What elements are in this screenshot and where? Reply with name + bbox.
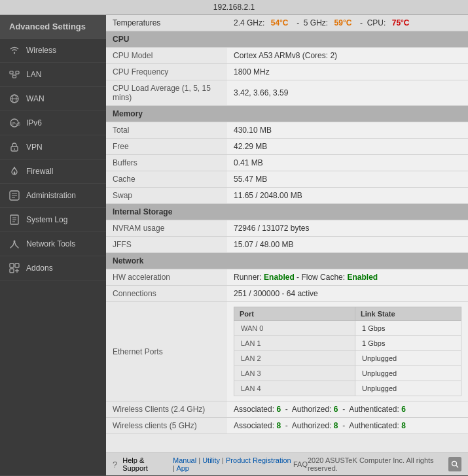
lan-icon xyxy=(8,68,21,81)
cpu-load-value: 3.42, 3.66, 3.59 xyxy=(227,80,468,106)
svg-rect-24 xyxy=(10,269,14,273)
firewall-label: Firewall xyxy=(26,167,53,176)
list-item: LAN 2 Unplugged xyxy=(234,351,461,366)
jffs-label: JFFS xyxy=(106,237,227,253)
link-state-col-header: Link State xyxy=(355,307,461,321)
app-link[interactable]: App xyxy=(176,464,189,472)
ethernet-table-cell: Port Link State WAN 0 1 Gbps LAN 1 1 Gbp… xyxy=(227,302,468,401)
sidebar-item-vpn[interactable]: VPN xyxy=(0,135,106,160)
mem-free-label: Free xyxy=(106,139,227,155)
hw-accel-runner: Enabled xyxy=(264,273,295,282)
table-row: CPU Frequency 1800 MHz xyxy=(106,64,468,80)
network-header: Network xyxy=(106,253,468,269)
link-lan2: Unplugged xyxy=(355,351,461,366)
list-item: WAN 0 1 Gbps xyxy=(234,321,461,336)
table-row: JFFS 15.07 / 48.00 MB xyxy=(106,237,468,253)
wireless5-value: Associated: 8 - Authorized: 8 - Authenti… xyxy=(227,418,468,434)
port-lan1: LAN 1 xyxy=(234,336,355,351)
manual-link[interactable]: Manual xyxy=(173,456,196,464)
svg-rect-3 xyxy=(16,71,19,74)
sidebar-item-administration[interactable]: Administration xyxy=(0,184,106,208)
wireless5-authorized: 8 xyxy=(334,421,338,430)
wan-label: WAN xyxy=(26,94,45,103)
cpu-load-label: CPU Load Average (1, 5, 15 mins) xyxy=(106,80,227,106)
mem-cache-label: Cache xyxy=(106,171,227,188)
mem-swap-label: Swap xyxy=(106,188,227,204)
wireless5-authenticated: 8 xyxy=(401,421,406,430)
list-item: LAN 3 Unplugged xyxy=(234,366,461,381)
temp-ghz24-label: 2.4 GHz: xyxy=(234,18,264,27)
hw-accel-value: Runner: Enabled - Flow Cache: Enabled xyxy=(227,269,468,286)
cpu-header: CPU xyxy=(106,31,468,48)
sidebar-item-ipv6[interactable]: IPv6 IPv6 xyxy=(0,111,106,135)
sidebar-item-addons[interactable]: Addons xyxy=(0,256,106,280)
port-wan0: WAN 0 xyxy=(234,321,355,336)
mem-free-value: 42.29 MB xyxy=(227,139,468,155)
sidebar-item-firewall[interactable]: Firewall xyxy=(0,160,106,184)
footer-left: ? Help & Support Manual | Utility | Prod… xyxy=(113,456,293,472)
cpu-model-value: Cortex A53 ARMv8 (Cores: 2) xyxy=(227,48,468,64)
ipv6-icon: IPv6 xyxy=(8,116,21,129)
utility-link[interactable]: Utility xyxy=(202,456,220,464)
wireless24-associated: 6 xyxy=(276,405,281,414)
search-icon[interactable] xyxy=(448,457,461,471)
svg-rect-22 xyxy=(10,264,14,267)
ethernet-row: Ethernet Ports Port Link State WAN 0 1 G… xyxy=(106,302,468,401)
memory-header-row: Memory xyxy=(106,106,468,122)
temp-ghz5-label: 5 GHz: xyxy=(304,18,328,27)
wireless5-prefix: Associated: xyxy=(234,421,274,430)
table-row: Buffers 0.41 MB xyxy=(106,155,468,171)
link-wan0: 1 Gbps xyxy=(355,321,461,336)
nvram-label: NVRAM usage xyxy=(106,220,227,237)
hw-accel-middle: - Flow Cache: xyxy=(297,273,345,282)
help-label: Help & Support xyxy=(122,456,166,472)
svg-point-12 xyxy=(14,148,15,150)
network-tools-icon xyxy=(8,237,21,250)
sidebar-item-network-tools[interactable]: Network Tools xyxy=(0,232,106,256)
mem-buffers-label: Buffers xyxy=(106,155,227,171)
top-bar: 192.168.2.1 xyxy=(0,0,468,15)
network-header-row: Network xyxy=(106,253,468,269)
mem-swap-value: 11.65 / 2048.00 MB xyxy=(227,188,468,204)
sidebar-item-lan[interactable]: LAN xyxy=(0,63,106,87)
cpu-freq-label: CPU Frequency xyxy=(106,64,227,80)
product-registration-link[interactable]: Product Registration xyxy=(226,456,291,464)
system-log-label: System Log xyxy=(26,215,67,224)
storage-header: Internal Storage xyxy=(106,204,468,220)
mem-buffers-value: 0.41 MB xyxy=(227,155,468,171)
temp-ghz24-value: 54°C xyxy=(271,18,289,27)
vpn-icon xyxy=(8,141,21,154)
connections-label: Connections xyxy=(106,286,227,302)
ethernet-header-row: Port Link State xyxy=(234,307,461,321)
svg-line-28 xyxy=(456,466,459,468)
svg-point-27 xyxy=(452,462,457,466)
content-area: Temperatures 2.4 GHz: 54°C - 5 GHz: 59°C… xyxy=(106,15,468,475)
sidebar-item-wireless[interactable]: Wireless xyxy=(0,39,106,63)
temperatures-value: 2.4 GHz: 54°C - 5 GHz: 59°C - CPU: 75°C xyxy=(234,18,414,27)
sidebar-item-wan[interactable]: WAN xyxy=(0,87,106,111)
table-row: HW acceleration Runner: Enabled - Flow C… xyxy=(106,269,468,286)
memory-header: Memory xyxy=(106,106,468,122)
administration-icon xyxy=(8,189,21,202)
connections-value: 251 / 300000 - 64 active xyxy=(227,286,468,302)
hw-accel-flow: Enabled xyxy=(347,273,378,282)
ethernet-label: Ethernet Ports xyxy=(106,302,227,401)
temp-ghz5-value: 59°C xyxy=(334,18,352,27)
footer-links: Manual | Utility | Product Registration … xyxy=(173,456,293,472)
cpu-freq-value: 1800 MHz xyxy=(227,64,468,80)
footer: ? Help & Support Manual | Utility | Prod… xyxy=(106,452,468,475)
temperatures-label: Temperatures xyxy=(113,18,234,27)
cpu-header-row: CPU xyxy=(106,31,468,48)
hw-accel-label: HW acceleration xyxy=(106,269,227,286)
storage-header-row: Internal Storage xyxy=(106,204,468,220)
link-lan1: 1 Gbps xyxy=(355,336,461,351)
wireless5-associated: 8 xyxy=(276,421,281,430)
info-table: CPU CPU Model Cortex A53 ARMv8 (Cores: 2… xyxy=(106,31,468,434)
wireless5-label: Wireless clients (5 GHz) xyxy=(106,418,227,434)
lan-label: LAN xyxy=(26,70,41,79)
wireless5-authen-label: Authenticated: xyxy=(349,421,399,430)
table-row: Free 42.29 MB xyxy=(106,139,468,155)
sidebar-item-system-log[interactable]: System Log xyxy=(0,208,106,232)
wan-icon xyxy=(8,92,21,105)
wireless24-authenticated: 6 xyxy=(401,405,406,414)
